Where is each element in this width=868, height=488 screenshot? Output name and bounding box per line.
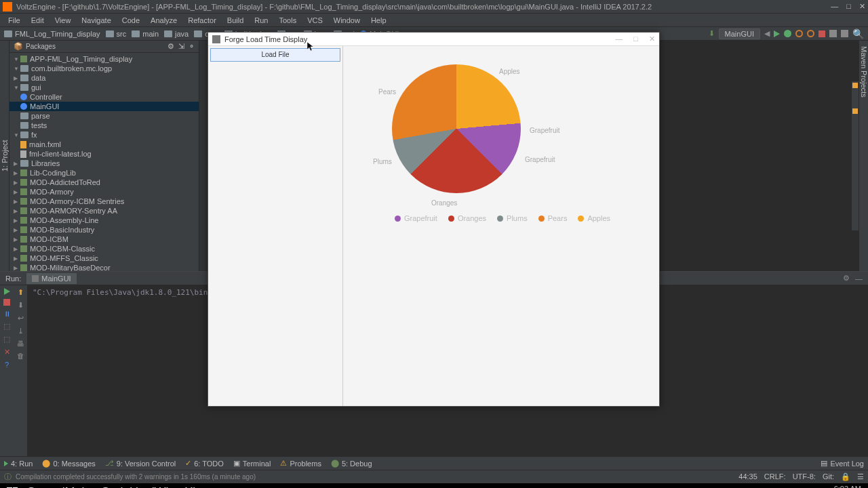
load-file-button[interactable]: Load File	[210, 48, 340, 62]
project-panel: 📦 Packages ⚙ ⇲ ⚬ ▼APP-FML_Log_Timing_dis…	[9, 41, 199, 271]
chart-area: Apples Grapefruit Grapefruit Oranges Plu…	[343, 46, 659, 406]
tab-project[interactable]: 1: Project	[1, 54, 9, 258]
up-icon[interactable]: ⬆	[18, 288, 24, 297]
menu-build[interactable]: Build	[222, 15, 249, 26]
search-icon[interactable]: 🔍	[852, 28, 864, 39]
legend-item: Pears	[538, 214, 568, 222]
system-clock[interactable]: 6:03 AM 9/2/2017	[832, 485, 861, 489]
dialog-maximize-button[interactable]: □	[633, 35, 638, 43]
pause-icon[interactable]: ⏸	[3, 310, 11, 318]
settings-icon[interactable]: ⚙	[167, 42, 174, 51]
tab-terminal[interactable]: ▣Terminal	[233, 459, 271, 468]
menu-refactor[interactable]: Refactor	[182, 15, 222, 26]
tab-vcs[interactable]: ⎇9: Version Control	[105, 459, 176, 468]
tab-problems[interactable]: ⚠Problems	[280, 459, 321, 468]
coverage-icon[interactable]	[795, 30, 803, 37]
run-tab-active[interactable]: MainGUI	[26, 273, 76, 284]
menu-code[interactable]: Code	[117, 15, 145, 26]
tab-run[interactable]: 4: Run	[4, 460, 33, 468]
hide-icon[interactable]: ⚬	[189, 42, 195, 51]
tab-todo[interactable]: ✓6: TODO	[185, 459, 224, 468]
clear-icon[interactable]: 🗑	[17, 352, 24, 360]
status-git[interactable]: Git:	[823, 472, 834, 481]
minimize-button[interactable]: —	[831, 2, 838, 11]
scroll-icon[interactable]: ⤓	[18, 327, 24, 336]
hector-icon[interactable]: ☰	[857, 472, 864, 481]
wrap-icon[interactable]: ↩	[18, 314, 24, 323]
swatch-icon	[395, 216, 401, 222]
crumb-main[interactable]: main	[132, 30, 159, 38]
menu-edit[interactable]: Edit	[26, 15, 50, 26]
module-icon	[20, 217, 27, 224]
pie-label-oranges: Oranges	[431, 199, 457, 207]
app-icon	[3, 2, 12, 12]
swatch-icon	[578, 216, 584, 222]
close-button[interactable]: ✕	[859, 2, 865, 11]
maximize-button[interactable]: □	[846, 2, 851, 11]
bottom-tool-tabs: 4: Run ⬤0: Messages ⎇9: Version Control …	[0, 456, 868, 470]
stop-icon[interactable]	[818, 30, 825, 37]
scope-icon[interactable]: 📦	[14, 42, 23, 51]
menu-window[interactable]: Window	[328, 15, 366, 26]
down-icon[interactable]: ⬇	[18, 301, 24, 310]
tab-structure[interactable]: 7: Structure	[0, 54, 1, 258]
lock-icon[interactable]: 🔒	[841, 472, 850, 481]
tab-maven[interactable]: Maven Projects	[860, 46, 868, 271]
status-enc[interactable]: UTF-8:	[793, 472, 816, 481]
rerun-icon[interactable]	[4, 288, 10, 295]
tab-debug[interactable]: ⬤5: Debug	[331, 459, 372, 468]
menu-analyze[interactable]: Analyze	[145, 15, 182, 26]
module-icon	[20, 188, 27, 195]
status-crlf[interactable]: CRLF:	[764, 472, 786, 481]
vcs-update-icon[interactable]	[829, 30, 837, 37]
left-tool-strip: 1: Project 7: Structure	[0, 41, 9, 271]
folder-icon	[20, 113, 28, 119]
dump-icon[interactable]: ⬚	[3, 322, 10, 331]
dialog-minimize-button[interactable]: —	[615, 35, 623, 43]
folder-icon	[106, 30, 114, 37]
menu-help[interactable]: Help	[366, 15, 392, 26]
menu-view[interactable]: View	[50, 15, 77, 26]
status-pos[interactable]: 44:35	[738, 472, 757, 481]
debug-icon[interactable]	[784, 30, 791, 37]
window-title: VoltzEngine - [F:\github\1.7\VoltzEngine…	[16, 3, 831, 11]
menu-vcs[interactable]: VCS	[302, 15, 328, 26]
folder-icon	[20, 84, 28, 91]
run-settings-icon[interactable]: ⚙	[843, 274, 850, 283]
song-overlay: Song: 'Melon Soda' by 'Wisp X'	[27, 485, 195, 488]
tab-messages[interactable]: ⬤0: Messages	[42, 459, 95, 468]
class-icon	[20, 94, 27, 100]
close-run-icon[interactable]: ✕	[4, 348, 10, 357]
pie-label-grapefruit2: Grapefruit	[525, 156, 555, 163]
menu-file[interactable]: File	[3, 15, 26, 26]
profile-icon[interactable]	[807, 30, 814, 37]
run-hide-icon[interactable]: —	[855, 274, 863, 283]
menu-run[interactable]: Run	[249, 15, 273, 26]
crumb-module[interactable]: FML_Log_Timing_display	[4, 30, 100, 38]
dialog-titlebar[interactable]: Forge Load Time Display — □ ✕	[208, 33, 659, 46]
nav-back-icon[interactable]: ◀	[764, 29, 770, 38]
project-tree[interactable]: ▼APP-FML_Log_Timing_display ▼com.builtbr…	[9, 53, 199, 271]
build-icon[interactable]: ⬇	[709, 29, 715, 38]
crumb-java[interactable]: java	[164, 30, 189, 38]
print-icon[interactable]: 🖶	[17, 340, 24, 348]
tab-eventlog[interactable]: ▤Event Log	[821, 459, 864, 468]
module-icon	[20, 169, 27, 176]
tree-node-selected[interactable]: MainGUI	[9, 102, 199, 111]
collapse-icon[interactable]: ⇲	[178, 42, 184, 51]
stop-run-icon[interactable]	[3, 299, 10, 306]
pie-label-plums: Plums	[373, 158, 392, 165]
run-config-select[interactable]: MainGUI	[719, 28, 760, 39]
dialog-sidebar: Load File	[208, 46, 343, 406]
help-run-icon[interactable]: ?	[5, 361, 9, 369]
menu-navigate[interactable]: Navigate	[76, 15, 116, 26]
right-tool-strip: Maven Projects	[859, 41, 868, 271]
crumb-src[interactable]: src	[106, 30, 127, 38]
run-icon[interactable]	[774, 30, 780, 37]
folder-icon	[194, 30, 202, 37]
vcs-commit-icon[interactable]	[841, 30, 848, 37]
menu-tools[interactable]: Tools	[273, 15, 302, 26]
restore-icon[interactable]: ⬚	[3, 335, 10, 344]
dialog-close-button[interactable]: ✕	[649, 35, 655, 43]
folder-icon	[4, 30, 12, 37]
